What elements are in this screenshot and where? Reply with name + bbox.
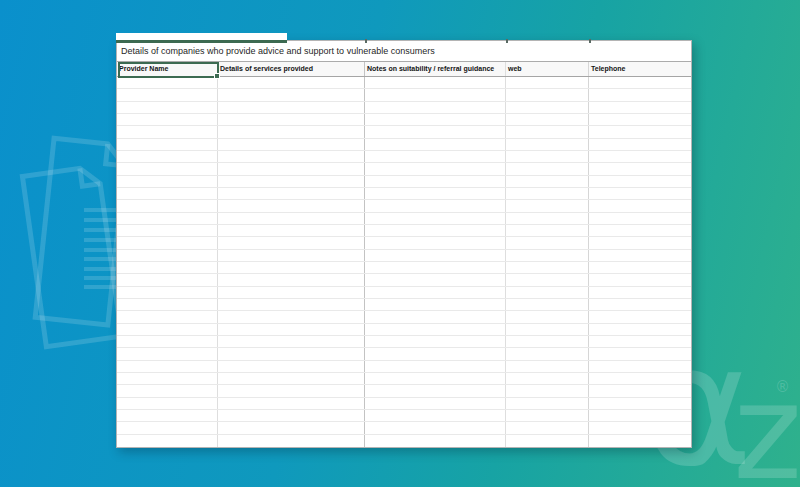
empty-cell[interactable] [218, 213, 365, 224]
empty-cell[interactable] [589, 250, 690, 261]
empty-cell[interactable] [218, 163, 365, 174]
empty-cell[interactable] [506, 89, 589, 100]
empty-cell[interactable] [506, 336, 589, 347]
empty-cell[interactable] [506, 422, 589, 433]
empty-cell[interactable] [506, 311, 589, 322]
column-header-details-of-services-provided[interactable]: Details of services provided [218, 62, 365, 76]
empty-cell[interactable] [506, 188, 589, 199]
empty-cell[interactable] [365, 176, 506, 187]
empty-cell[interactable] [506, 410, 589, 421]
empty-cell[interactable] [218, 435, 365, 447]
empty-cell[interactable] [506, 163, 589, 174]
empty-cell[interactable] [218, 114, 365, 125]
empty-cell[interactable] [589, 361, 690, 372]
empty-cell[interactable] [117, 114, 218, 125]
column-header-telephone[interactable]: Telephone [589, 62, 690, 76]
empty-cell[interactable] [117, 336, 218, 347]
empty-cell[interactable] [506, 77, 589, 88]
empty-cell[interactable] [365, 422, 506, 433]
empty-cell[interactable] [117, 225, 218, 236]
empty-cell[interactable] [218, 422, 365, 433]
empty-cell[interactable] [506, 200, 589, 211]
empty-cell[interactable] [218, 385, 365, 396]
empty-cell[interactable] [506, 287, 589, 298]
empty-cell[interactable] [365, 324, 506, 335]
empty-cell[interactable] [365, 102, 506, 113]
empty-cell[interactable] [117, 163, 218, 174]
empty-cell[interactable] [218, 274, 365, 285]
empty-cell[interactable] [589, 385, 690, 396]
empty-cell[interactable] [218, 225, 365, 236]
empty-cell[interactable] [589, 102, 690, 113]
empty-cell[interactable] [365, 348, 506, 359]
empty-cell[interactable] [218, 126, 365, 137]
empty-cell[interactable] [365, 225, 506, 236]
empty-cell[interactable] [218, 287, 365, 298]
empty-cell[interactable] [218, 188, 365, 199]
empty-cell[interactable] [589, 299, 690, 310]
empty-cell[interactable] [365, 250, 506, 261]
empty-cell[interactable] [218, 348, 365, 359]
empty-cell[interactable] [589, 398, 690, 409]
empty-cell[interactable] [365, 163, 506, 174]
empty-cell[interactable] [117, 398, 218, 409]
empty-cell[interactable] [117, 176, 218, 187]
empty-cell[interactable] [117, 250, 218, 261]
empty-cell[interactable] [365, 361, 506, 372]
empty-cell[interactable] [589, 213, 690, 224]
empty-cell[interactable] [218, 250, 365, 261]
empty-cell[interactable] [365, 237, 506, 248]
empty-cell[interactable] [589, 151, 690, 162]
empty-cell[interactable] [218, 89, 365, 100]
empty-cell[interactable] [506, 274, 589, 285]
empty-cell[interactable] [218, 361, 365, 372]
empty-cell[interactable] [218, 176, 365, 187]
column-header-provider-name[interactable]: Provider Name [117, 62, 218, 76]
empty-cell[interactable] [506, 126, 589, 137]
empty-cell[interactable] [117, 200, 218, 211]
empty-cell[interactable] [218, 237, 365, 248]
empty-cell[interactable] [218, 324, 365, 335]
empty-cell[interactable] [117, 213, 218, 224]
empty-cell[interactable] [365, 299, 506, 310]
empty-cell[interactable] [218, 311, 365, 322]
empty-cell[interactable] [365, 410, 506, 421]
empty-cell[interactable] [365, 114, 506, 125]
empty-cell[interactable] [365, 435, 506, 447]
empty-cell[interactable] [218, 151, 365, 162]
empty-cell[interactable] [117, 324, 218, 335]
empty-cell[interactable] [218, 373, 365, 384]
empty-cell[interactable] [117, 151, 218, 162]
empty-cell[interactable] [589, 188, 690, 199]
empty-cell[interactable] [218, 102, 365, 113]
empty-cell[interactable] [589, 139, 690, 150]
empty-cell[interactable] [218, 299, 365, 310]
empty-cell[interactable] [589, 274, 690, 285]
empty-cell[interactable] [117, 410, 218, 421]
empty-cell[interactable] [117, 139, 218, 150]
empty-cell[interactable] [506, 139, 589, 150]
empty-cell[interactable] [506, 348, 589, 359]
empty-cell[interactable] [506, 385, 589, 396]
empty-cell[interactable] [218, 336, 365, 347]
empty-cell[interactable] [589, 311, 690, 322]
empty-cell[interactable] [365, 385, 506, 396]
empty-cell[interactable] [117, 237, 218, 248]
empty-cell[interactable] [589, 114, 690, 125]
empty-cell[interactable] [117, 385, 218, 396]
empty-cell[interactable] [365, 373, 506, 384]
empty-cell[interactable] [506, 151, 589, 162]
empty-cell[interactable] [589, 324, 690, 335]
empty-cell[interactable] [589, 348, 690, 359]
empty-cell[interactable] [589, 126, 690, 137]
empty-cell[interactable] [117, 422, 218, 433]
empty-cell[interactable] [117, 348, 218, 359]
empty-cell[interactable] [506, 176, 589, 187]
empty-cell[interactable] [589, 373, 690, 384]
empty-cell[interactable] [589, 225, 690, 236]
empty-cell[interactable] [218, 410, 365, 421]
empty-cell[interactable] [117, 89, 218, 100]
empty-cell[interactable] [506, 361, 589, 372]
empty-cell[interactable] [589, 287, 690, 298]
empty-cell[interactable] [365, 151, 506, 162]
